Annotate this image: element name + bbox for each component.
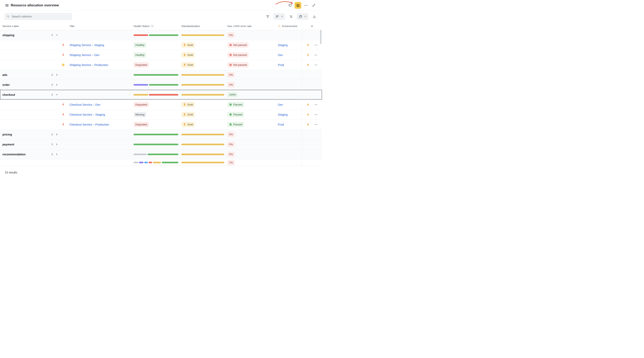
group-label: recommendation [2,153,26,156]
collapse-button[interactable] [310,2,317,9]
group-row-checkout[interactable]: checkout 3 100% [0,90,322,100]
row-more-icon[interactable] [314,103,318,107]
error-rate-badge: 0% [227,152,235,157]
col-standardization[interactable]: Standardization [181,25,200,28]
service-title-link[interactable]: Shipping Service – Staging [70,43,104,47]
standardization-bar [181,154,224,155]
search-columns-input[interactable] [11,15,70,18]
col-title[interactable]: Title [70,25,74,28]
rocket-icon [62,43,65,47]
standardization-bar [181,144,224,145]
close-icon[interactable] [304,15,306,18]
chevron-down-icon[interactable] [55,93,58,96]
group-label: shipping [2,33,14,37]
error-rate-badge: 0% [227,72,235,77]
col-error-rate[interactable]: Has <15% error rate [227,25,252,28]
health-status-badge: Degraded [134,102,149,107]
group-label: ads [2,73,7,76]
chevron-down-icon[interactable] [55,33,58,36]
service-title-link[interactable]: Shipping Service – Production [70,63,108,67]
close-icon[interactable] [281,15,283,18]
chevron-right-icon[interactable] [55,83,58,86]
gold-medal-icon [183,123,186,126]
group-row-order[interactable]: order 3 0% [0,80,322,90]
chevron-right-icon[interactable] [55,73,58,76]
group-label: order [2,83,10,86]
download-button[interactable] [311,13,317,19]
health-status-badge: Degraded [134,122,149,127]
undo-button[interactable] [286,2,293,9]
col-health-status[interactable]: Health Status [134,25,150,28]
sort-button[interactable] [288,13,294,19]
gold-medal-icon [183,53,186,56]
standardization-bar [181,94,224,96]
group-count: 3 [51,143,53,146]
environment-link[interactable]: Prod [278,63,284,67]
col-environment[interactable]: Environment [282,25,297,28]
row-more-icon[interactable] [314,43,318,47]
row-more-icon[interactable] [314,113,318,116]
health-status-bar [134,144,178,145]
grouping-chip[interactable] [274,13,285,20]
group-row-shipping[interactable]: shipping 3 0% [0,30,322,40]
assertion-badge: Not passed [227,42,248,48]
group-row-pricing[interactable]: pricing 3 0% [0,130,322,140]
lightning-icon[interactable] [306,53,310,57]
standardization-badge: Gold [181,52,195,58]
row-more-icon[interactable] [314,63,318,67]
lightning-icon[interactable] [306,113,310,116]
environment-link[interactable]: Staging [278,113,288,116]
vertical-scrollbar[interactable] [320,30,322,44]
service-row: Checkout Service – Staging Missing Gold … [0,110,322,120]
group-row-payment[interactable]: payment 3 0% [0,140,322,149]
row-more-icon[interactable] [314,123,318,126]
group-count: 3 [51,83,53,86]
assertion-badge: Passed [227,102,244,107]
gold-award-icon [62,63,65,67]
service-title-link[interactable]: Checkout Service – Dev [70,103,100,106]
x-circle-icon [229,43,232,46]
service-title-link[interactable]: Checkout Service – Staging [70,113,105,116]
row-more-icon[interactable] [314,53,318,57]
environment-link[interactable]: Dev [278,103,283,106]
table-header-row: Service Label Title Health Status Standa… [0,22,322,30]
environment-link[interactable]: Staging [278,43,288,47]
gold-medal-icon [183,63,186,66]
chevron-right-icon[interactable] [55,133,58,136]
service-row: Shipping Service – Production Degraded G… [0,60,322,70]
service-row: Checkout Service – Production Degraded G… [0,120,322,130]
col-service-label[interactable]: Service Label [2,25,19,28]
chevron-right-icon[interactable] [55,153,58,156]
table-icon [5,3,9,7]
lightning-icon[interactable] [306,123,310,126]
page-title: Resource allocation overview [11,3,59,7]
results-count: 15 results [5,171,17,174]
chevron-right-icon[interactable] [55,143,58,146]
environment-link[interactable]: Prod [278,123,284,126]
health-status-bar [134,154,178,155]
lightning-icon[interactable] [306,63,310,67]
add-column-button[interactable] [309,23,315,29]
environment-link[interactable]: Dev [278,53,283,57]
search-columns-box[interactable] [4,13,72,20]
more-options-button[interactable] [302,2,309,9]
info-icon[interactable] [151,25,154,28]
save-button[interactable] [294,2,301,9]
service-title-link[interactable]: Checkout Service – Production [70,123,109,126]
service-title-link[interactable]: Shipping Service – Dev [70,53,100,57]
lightning-icon[interactable] [306,43,310,47]
gold-medal-icon [183,113,186,116]
list-icon [276,15,279,18]
group-row-ads[interactable]: ads 3 0% [0,70,322,80]
check-circle-icon [229,113,232,116]
assertion-badge: Not passed [227,62,248,68]
group-row-partial[interactable]: 7% [0,159,322,166]
check-circle-icon [229,103,232,106]
standardization-badge: Gold [181,42,195,48]
assertion-badge: Passed [227,122,244,127]
lightning-icon[interactable] [306,103,310,106]
column-preset-chip[interactable] [297,13,308,20]
group-row-recommendation[interactable]: recommendation 3 0% [0,149,322,159]
health-status-bar [134,74,178,76]
filter-button[interactable] [265,13,271,19]
